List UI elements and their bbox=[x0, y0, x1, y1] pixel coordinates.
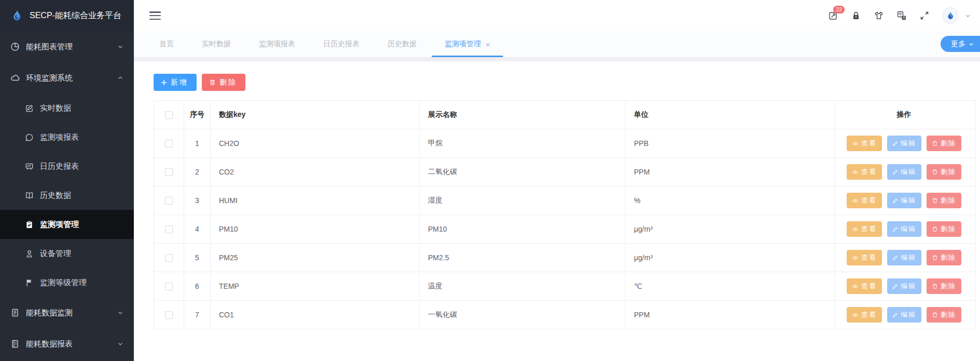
edit-button-label: 编辑 bbox=[901, 139, 916, 148]
fullscreen-icon[interactable] bbox=[919, 10, 930, 21]
sidebar-item-label: 监测项报表 bbox=[40, 132, 79, 142]
row-unit: ℃ bbox=[626, 272, 835, 300]
table-row: 2 CO2 二氧化碳 PPM 查看 编辑 bbox=[154, 158, 975, 186]
pencil-icon bbox=[892, 255, 898, 261]
tab-4[interactable]: 历史数据 bbox=[374, 31, 431, 57]
view-button[interactable]: 查看 bbox=[847, 164, 882, 180]
view-button[interactable]: 查看 bbox=[847, 136, 882, 151]
sidebar-item-monitor-item-mgmt[interactable]: 监测项管理 bbox=[0, 210, 134, 239]
tab-label: 日历史报表 bbox=[323, 39, 360, 49]
row-delete-button[interactable]: 删除 bbox=[927, 193, 961, 208]
content-panel: 新增 删除 序号 数据key 展示名称 单位 操作 bbox=[134, 61, 980, 361]
select-all-checkbox[interactable] bbox=[165, 111, 173, 119]
row-delete-button[interactable]: 删除 bbox=[927, 278, 961, 294]
tab-0[interactable]: 首页 bbox=[145, 31, 188, 57]
row-delete-button[interactable]: 删除 bbox=[927, 136, 961, 151]
add-button[interactable]: 新增 bbox=[154, 74, 197, 91]
row-unit: PPB bbox=[626, 129, 835, 157]
edit-button[interactable]: 编辑 bbox=[887, 307, 921, 323]
row-delete-button[interactable]: 删除 bbox=[927, 307, 961, 323]
trash-icon bbox=[932, 169, 938, 175]
edit-button[interactable]: 编辑 bbox=[887, 250, 921, 265]
row-delete-button-label: 删除 bbox=[941, 224, 956, 234]
column-header-unit: 单位 bbox=[626, 101, 835, 129]
toolbox-icon[interactable]: 22 bbox=[828, 10, 838, 21]
row-delete-button[interactable]: 删除 bbox=[927, 250, 961, 265]
user-icon bbox=[25, 249, 34, 258]
sidebar: SECP-能耗综合业务平台 能耗图表管理 环境监测系统 bbox=[0, 0, 134, 361]
row-delete-button[interactable]: 删除 bbox=[927, 164, 961, 180]
document-icon bbox=[10, 308, 20, 317]
lock-icon[interactable] bbox=[851, 10, 861, 21]
row-checkbox[interactable] bbox=[165, 140, 173, 148]
table-row: 6 TEMP 温度 ℃ 查看 编辑 bbox=[154, 272, 975, 301]
add-button-label: 新增 bbox=[171, 78, 188, 87]
tab-3[interactable]: 日历史报表 bbox=[309, 31, 374, 57]
tab-2[interactable]: 监测项报表 bbox=[245, 31, 309, 57]
column-header-index: 序号 bbox=[184, 101, 211, 129]
row-checkbox[interactable] bbox=[165, 283, 173, 290]
pencil-icon bbox=[892, 226, 898, 232]
view-button[interactable]: 查看 bbox=[847, 307, 882, 323]
tab-bar-tabs: 首页实时数据监测项报表日历史报表历史数据监测项管理× bbox=[145, 31, 504, 57]
sidebar-item-label: 实时数据 bbox=[40, 103, 71, 113]
tab-1[interactable]: 实时数据 bbox=[188, 31, 245, 57]
view-button-label: 查看 bbox=[861, 167, 877, 177]
sidebar-item-env-monitoring[interactable]: 环境监测系统 bbox=[0, 62, 134, 93]
view-button[interactable]: 查看 bbox=[847, 221, 882, 237]
edit-button[interactable]: 编辑 bbox=[887, 193, 921, 208]
more-button-label: 更多 bbox=[951, 39, 965, 49]
row-checkbox[interactable] bbox=[165, 197, 173, 205]
row-name: PM2.5 bbox=[420, 244, 626, 272]
edit-button-label: 编辑 bbox=[901, 310, 916, 319]
eye-icon bbox=[852, 141, 859, 146]
sidebar-item-realtime-data[interactable]: 实时数据 bbox=[0, 93, 134, 123]
chevron-down-icon bbox=[117, 341, 123, 347]
row-checkbox[interactable] bbox=[165, 311, 173, 319]
theme-shirt-icon[interactable] bbox=[874, 10, 884, 21]
table-body: 1 CH2O 甲烷 PPB 查看 编辑 bbox=[154, 129, 975, 329]
sidebar-item-energy-charts[interactable]: 能耗图表管理 bbox=[0, 31, 134, 62]
chevron-down-icon bbox=[117, 44, 123, 50]
row-name: 二氧化碳 bbox=[420, 158, 626, 186]
edit-button[interactable]: 编辑 bbox=[887, 164, 921, 180]
hamburger-menu-icon[interactable] bbox=[149, 11, 161, 20]
edit-button[interactable]: 编辑 bbox=[887, 278, 921, 294]
row-key: CH2O bbox=[211, 129, 420, 157]
delete-button[interactable]: 删除 bbox=[202, 74, 245, 91]
row-key: TEMP bbox=[211, 272, 420, 300]
avatar[interactable] bbox=[942, 7, 959, 24]
sidebar-item-energy-data-report[interactable]: 能耗数据报表 bbox=[0, 328, 134, 359]
monitor-items-table: 序号 数据key 展示名称 单位 操作 1 CH2O 甲烷 PPB 查看 bbox=[154, 100, 976, 329]
sidebar-item-history-data[interactable]: 历史数据 bbox=[0, 181, 134, 210]
sidebar-item-monitor-level-mgmt[interactable]: 监测等级管理 bbox=[0, 268, 134, 297]
view-button[interactable]: 查看 bbox=[847, 250, 882, 265]
content-area: 新增 删除 序号 数据key 展示名称 单位 操作 bbox=[134, 57, 980, 361]
row-delete-button[interactable]: 删除 bbox=[927, 221, 961, 237]
view-button[interactable]: 查看 bbox=[847, 278, 882, 294]
eye-icon bbox=[852, 227, 859, 232]
edit-button[interactable]: 编辑 bbox=[887, 136, 921, 151]
chevron-down-icon[interactable] bbox=[965, 13, 971, 19]
more-button[interactable]: 更多 bbox=[941, 36, 980, 52]
sidebar-item-monitor-report[interactable]: 监测项报表 bbox=[0, 123, 134, 152]
sidebar-item-label: 日历史报表 bbox=[40, 162, 79, 171]
view-button-label: 查看 bbox=[861, 196, 877, 205]
cloud-icon bbox=[10, 73, 20, 83]
table-row: 1 CH2O 甲烷 PPB 查看 编辑 bbox=[154, 129, 975, 158]
toolbar: 新增 删除 bbox=[154, 74, 976, 91]
translate-icon[interactable]: 中 A bbox=[896, 10, 907, 21]
close-icon[interactable]: × bbox=[486, 41, 490, 48]
edit-button[interactable]: 编辑 bbox=[887, 221, 921, 237]
tab-5[interactable]: 监测项管理× bbox=[431, 31, 504, 57]
row-checkbox[interactable] bbox=[165, 168, 173, 176]
trash-icon bbox=[209, 79, 216, 86]
row-checkbox[interactable] bbox=[165, 225, 173, 233]
chevron-down-icon bbox=[969, 42, 974, 47]
sidebar-item-device-mgmt[interactable]: 设备管理 bbox=[0, 239, 134, 268]
row-checkbox[interactable] bbox=[165, 254, 173, 262]
sidebar-item-energy-data-monitor[interactable]: 能耗数据监测 bbox=[0, 297, 134, 328]
sidebar-item-daily-history-report[interactable]: 日历史报表 bbox=[0, 152, 134, 181]
edit-button-label: 编辑 bbox=[901, 167, 916, 177]
view-button[interactable]: 查看 bbox=[847, 193, 882, 208]
